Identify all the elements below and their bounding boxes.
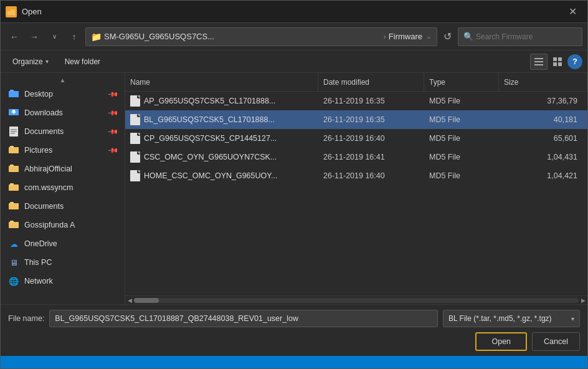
main-content: ▲ Desktop 📌 Downloads 📌 [1, 73, 587, 304]
sidebar-item-onedrive[interactable]: ☁ OneDrive [1, 234, 125, 253]
filename-label: File name: [8, 314, 44, 323]
column-header-name[interactable]: Name [125, 73, 318, 91]
svg-rect-25 [10, 202, 14, 204]
forward-button[interactable]: → [26, 28, 43, 46]
file-icon-4 [130, 170, 140, 181]
file-size-4: 1,04,421 [499, 171, 587, 180]
pc-icon: 🖥 [8, 257, 19, 268]
file-row-2[interactable]: CP_G965USQS7CSK5_CP1445127... 26-11-2019… [125, 129, 587, 148]
sidebar-item-documents[interactable]: Documents 📌 [1, 122, 125, 141]
sidebar-item-pictures[interactable]: Pictures 📌 [1, 141, 125, 160]
file-icon-3 [130, 151, 140, 163]
sidebar-item-downloads[interactable]: Downloads 📌 [1, 103, 125, 122]
svg-rect-17 [11, 133, 15, 134]
column-header-date[interactable]: Date modified [318, 73, 424, 91]
file-date-0: 26-11-2019 16:35 [318, 97, 424, 105]
back-button[interactable]: ← [6, 28, 23, 46]
file-icon-0 [130, 95, 140, 107]
search-input[interactable] [476, 32, 577, 41]
svg-rect-26 [9, 222, 19, 228]
file-type-2: MD5 File [424, 134, 499, 143]
downloads-icon [8, 107, 19, 118]
file-type-0: MD5 File [424, 97, 499, 105]
up-button[interactable]: ↑ [65, 28, 83, 46]
address-folder-icon: 📁 [91, 32, 102, 42]
scroll-left-button[interactable]: ◀ [125, 296, 134, 305]
cancel-button[interactable]: Cancel [532, 332, 580, 351]
documents2-icon [8, 201, 19, 212]
svg-rect-19 [10, 146, 14, 148]
sidebar-item-network[interactable]: 🌐 Network [1, 272, 125, 290]
file-row-3[interactable]: CSC_OMC_OYN_G965UOYN7CSK... 26-11-2019 1… [125, 148, 587, 166]
file-row-4[interactable]: HOME_CSC_OMC_OYN_G965UOY... 26-11-2019 1… [125, 166, 587, 185]
onedrive-icon: ☁ [8, 238, 19, 249]
dialog-title: Open [22, 7, 562, 16]
file-type-3: MD5 File [424, 153, 499, 161]
search-box[interactable]: 🔍 [458, 27, 582, 46]
sidebar-item-comwssyncm-label: com.wssyncm [24, 183, 117, 192]
list-view-button[interactable] [530, 54, 548, 70]
sidebar-item-documents-label: Documents [24, 127, 108, 136]
scroll-track[interactable] [134, 298, 579, 303]
sidebar-item-thispc[interactable]: 🖥 This PC [1, 253, 125, 272]
horizontal-scrollbar[interactable]: ◀ ▶ [125, 295, 587, 304]
sidebar-item-documents2-label: Documents [24, 202, 117, 211]
svg-rect-3 [534, 61, 543, 62]
file-row-1[interactable]: BL_G965USQS7CSK5_CL1701888... 26-11-2019… [125, 110, 587, 129]
help-button[interactable]: ? [567, 54, 582, 69]
sidebar-item-onedrive-label: OneDrive [24, 239, 117, 248]
file-name-0: AP_G965USQS7CSK5_CL1701888... [125, 95, 318, 107]
file-name-3: CSC_OMC_OYN_G965UOYN7CSK... [125, 151, 318, 163]
address-chevron: ⌄ [426, 32, 432, 41]
file-size-2: 65,601 [499, 134, 587, 143]
open-dialog: Open ✕ ← → ∨ ↑ 📁 SM-G965U_G965USQS7CS...… [0, 0, 588, 369]
pin-icon-pictures: 📌 [107, 144, 118, 156]
file-size-3: 1,04,431 [499, 153, 587, 161]
close-button[interactable]: ✕ [562, 2, 582, 22]
svg-rect-23 [10, 183, 14, 185]
recent-locations-button[interactable]: ∨ [45, 28, 63, 46]
file-list-header: Name Date modified Type Size [125, 73, 587, 92]
sidebar-item-network-label: Network [24, 277, 117, 285]
sidebar-item-gossipfunda[interactable]: Gossipfunda A [1, 216, 125, 234]
svg-rect-6 [558, 57, 562, 61]
open-button[interactable]: Open [475, 332, 527, 351]
refresh-button[interactable]: ↺ [440, 31, 455, 42]
svg-rect-2 [534, 58, 543, 59]
filename-input[interactable] [49, 310, 438, 327]
address-bar[interactable]: 📁 SM-G965U_G965USQS7CS... › Firmware ⌄ [85, 27, 437, 46]
sidebar-item-downloads-label: Downloads [24, 108, 108, 117]
sidebar-item-desktop-label: Desktop [24, 90, 108, 98]
file-date-3: 26-11-2019 16:41 [318, 153, 424, 161]
organize-button[interactable]: Organize ▾ [6, 54, 55, 70]
comwssyncm-icon [8, 182, 19, 193]
column-header-size[interactable]: Size [499, 73, 587, 91]
scroll-right-button[interactable]: ▶ [579, 296, 587, 305]
svg-rect-21 [10, 165, 14, 166]
column-header-type[interactable]: Type [424, 73, 499, 91]
sidebar-item-comwssyncm[interactable]: com.wssyncm [1, 178, 125, 197]
svg-rect-13 [12, 110, 15, 112]
file-size-1: 40,181 [499, 115, 587, 124]
desktop-icon [8, 89, 19, 100]
scroll-thumb[interactable] [134, 298, 159, 303]
pin-icon-documents: 📌 [107, 125, 118, 137]
status-bar [1, 356, 587, 368]
file-name-4: HOME_CSC_OMC_OYN_G965UOY... [125, 170, 318, 181]
sidebar-item-abhirajofficial[interactable]: AbhirajOfficial [1, 160, 125, 178]
organize-dropdown-arrow: ▾ [45, 58, 49, 65]
network-icon: 🌐 [8, 276, 19, 287]
pin-icon-downloads: 📌 [107, 107, 118, 118]
filetype-select[interactable]: BL File (*.tar, *.md5, *.gz, *.tgz) ▾ [443, 310, 580, 327]
svg-rect-27 [10, 221, 14, 223]
file-row-0[interactable]: AP_G965USQS7CSK5_CL1701888... 26-11-2019… [125, 92, 587, 110]
sidebar-scroll-up-indicator: ▲ [1, 75, 125, 85]
sidebar-item-desktop[interactable]: Desktop 📌 [1, 85, 125, 103]
sidebar-item-abhirajofficial-label: AbhirajOfficial [24, 165, 117, 173]
title-bar: Open ✕ [1, 1, 587, 23]
file-type-1: MD5 File [424, 115, 499, 124]
new-folder-button[interactable]: New folder [58, 54, 107, 70]
toolbar: Organize ▾ New folder ? [1, 50, 587, 73]
details-view-button[interactable] [549, 54, 566, 70]
sidebar-item-documents2[interactable]: Documents [1, 197, 125, 216]
